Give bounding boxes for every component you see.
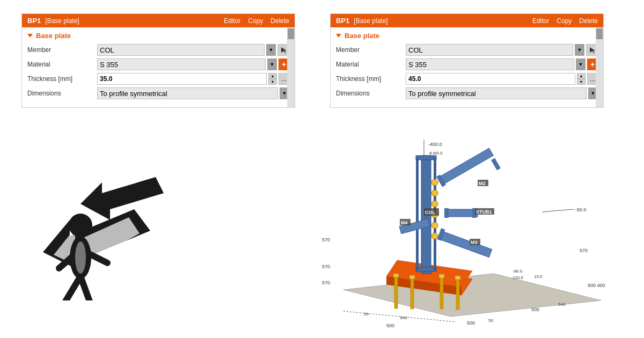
member-select-right[interactable]: COL bbox=[406, 44, 573, 56]
material-row-right: Material S 355 ▼ + bbox=[336, 58, 598, 70]
svg-rect-18 bbox=[416, 267, 436, 271]
thickness-down-right[interactable]: ▼ bbox=[577, 79, 586, 85]
dimensions-control-right: To profile symmetrical ▼ bbox=[406, 87, 598, 99]
svg-text:50: 50 bbox=[364, 312, 369, 317]
svg-text:500: 500 bbox=[531, 307, 539, 312]
collapse-icon-right[interactable] bbox=[336, 34, 341, 38]
thickness-label-right: Thickness [mm] bbox=[336, 75, 406, 83]
svg-rect-35 bbox=[409, 275, 415, 279]
thickness-input-left[interactable]: 35.0 bbox=[97, 73, 267, 85]
thickness-spinner-left[interactable]: ▲ ▼ bbox=[268, 73, 277, 85]
svg-text:500 400: 500 400 bbox=[588, 283, 605, 288]
svg-rect-33 bbox=[456, 278, 459, 310]
dimensions-value-left: To profile symmetrical bbox=[100, 90, 167, 98]
section-title-right: Base plate bbox=[345, 32, 379, 40]
svg-point-39 bbox=[431, 190, 438, 196]
svg-text:500: 500 bbox=[467, 320, 475, 326]
scrollbar-right[interactable] bbox=[596, 27, 603, 107]
svg-text:-400.0: -400.0 bbox=[428, 142, 442, 147]
svg-text:120.0: 120.0 bbox=[513, 275, 524, 280]
model-area: -400.0 -50.0 500 500 500 570 570 570 570… bbox=[317, 129, 628, 327]
svg-marker-0 bbox=[281, 47, 287, 53]
panel-left: BP1 [Base plate] Editor Copy Delete Base… bbox=[21, 13, 295, 108]
editor-btn-right[interactable]: Editor bbox=[532, 17, 549, 25]
svg-point-11 bbox=[75, 241, 86, 274]
thickness-value-left: 35.0 bbox=[100, 75, 112, 83]
material-control-right: S 355 ▼ + bbox=[406, 58, 598, 70]
panel-title-right: BP1 bbox=[336, 17, 349, 25]
member-control-right: COL ▼ bbox=[406, 44, 598, 56]
thickness-control-right: 45.0 ▲ ▼ … bbox=[406, 73, 598, 85]
svg-point-38 bbox=[431, 179, 438, 186]
collapse-icon-left[interactable] bbox=[27, 34, 33, 38]
material-select-right[interactable]: S 355 bbox=[406, 58, 574, 70]
copy-btn-left[interactable]: Copy bbox=[248, 17, 263, 25]
member-row-left: Member COL ▼ bbox=[27, 44, 289, 56]
thickness-up-right[interactable]: ▲ bbox=[577, 73, 586, 79]
svg-point-40 bbox=[431, 201, 438, 207]
member-row-right: Member COL ▼ bbox=[336, 44, 598, 56]
member-value-left: COL bbox=[100, 46, 114, 54]
member-select-left[interactable]: COL bbox=[97, 44, 265, 56]
dimensions-select-left[interactable]: To profile symmetrical bbox=[97, 87, 278, 99]
svg-point-43 bbox=[431, 233, 438, 239]
dimensions-select-right[interactable]: To profile symmetrical bbox=[406, 87, 587, 99]
scrollbar-left[interactable] bbox=[287, 27, 295, 107]
dimensions-label-right: Dimensions bbox=[336, 90, 406, 97]
thickness-down-left[interactable]: ▼ bbox=[268, 79, 277, 85]
svg-marker-1 bbox=[590, 47, 595, 53]
thickness-spinner-right[interactable]: ▲ ▼ bbox=[577, 73, 586, 85]
svg-text:570: 570 bbox=[322, 264, 330, 269]
svg-text:-50.0: -50.0 bbox=[575, 207, 587, 212]
svg-rect-34 bbox=[393, 274, 399, 277]
material-label-right: Material bbox=[336, 61, 406, 68]
svg-text:8.0/0.0: 8.0/0.0 bbox=[429, 151, 443, 156]
svg-text:COL: COL bbox=[425, 210, 436, 215]
panel-actions-right: Editor Copy Delete bbox=[532, 17, 598, 25]
copy-btn-right[interactable]: Copy bbox=[557, 17, 572, 25]
member-label-right: Member bbox=[336, 46, 406, 54]
material-dropdown-right[interactable]: ▼ bbox=[576, 58, 586, 70]
figure-area bbox=[16, 145, 188, 306]
member-label-left: Member bbox=[27, 46, 97, 54]
panel-title-left: BP1 bbox=[27, 17, 41, 25]
svg-text:500: 500 bbox=[386, 323, 394, 327]
material-value-right: S 355 bbox=[408, 61, 427, 69]
panel-header-left: BP1 [Base plate] Editor Copy Delete bbox=[22, 14, 295, 27]
material-label-left: Material bbox=[27, 61, 97, 68]
svg-rect-36 bbox=[439, 274, 444, 278]
svg-text:-80.0: -80.0 bbox=[513, 269, 523, 274]
svg-line-46 bbox=[542, 209, 574, 212]
delete-btn-left[interactable]: Delete bbox=[270, 17, 289, 25]
panel-body-right: Base plate Member COL ▼ Material bbox=[331, 27, 603, 107]
dimensions-label-left: Dimensions bbox=[27, 90, 97, 97]
dimensions-control-left: To profile symmetrical ▼ bbox=[97, 87, 289, 99]
member-dropdown-left[interactable]: ▼ bbox=[266, 44, 276, 56]
thickness-label-left: Thickness [mm] bbox=[27, 75, 97, 83]
thickness-input-right[interactable]: 45.0 bbox=[406, 73, 575, 85]
svg-line-10 bbox=[64, 276, 80, 300]
svg-marker-4 bbox=[80, 177, 164, 220]
member-value-right: COL bbox=[408, 46, 423, 54]
thickness-up-left[interactable]: ▲ bbox=[268, 73, 277, 79]
delete-btn-right[interactable]: Delete bbox=[579, 17, 598, 25]
material-select-left[interactable]: S 355 bbox=[97, 58, 266, 70]
section-header-left: Base plate bbox=[27, 32, 289, 40]
member-control-left: COL ▼ bbox=[97, 44, 289, 56]
svg-rect-30 bbox=[394, 276, 398, 308]
svg-text:10.0: 10.0 bbox=[534, 274, 543, 279]
svg-rect-24 bbox=[438, 231, 492, 257]
material-value-left: S 355 bbox=[100, 61, 118, 69]
material-control-left: S 355 ▼ + bbox=[97, 58, 289, 70]
panel-body-left: Base plate Member COL ▼ Material bbox=[22, 27, 295, 107]
svg-text:570: 570 bbox=[580, 248, 588, 253]
svg-point-5 bbox=[69, 214, 92, 237]
material-dropdown-left[interactable]: ▼ bbox=[267, 58, 277, 70]
person-arrow-figure bbox=[16, 145, 177, 300]
editor-btn-left[interactable]: Editor bbox=[224, 17, 240, 25]
svg-rect-31 bbox=[411, 278, 414, 309]
svg-rect-32 bbox=[440, 277, 443, 309]
member-dropdown-right[interactable]: ▼ bbox=[575, 44, 584, 56]
svg-text:540: 540 bbox=[400, 315, 407, 320]
thickness-row-right: Thickness [mm] 45.0 ▲ ▼ … bbox=[336, 73, 598, 85]
